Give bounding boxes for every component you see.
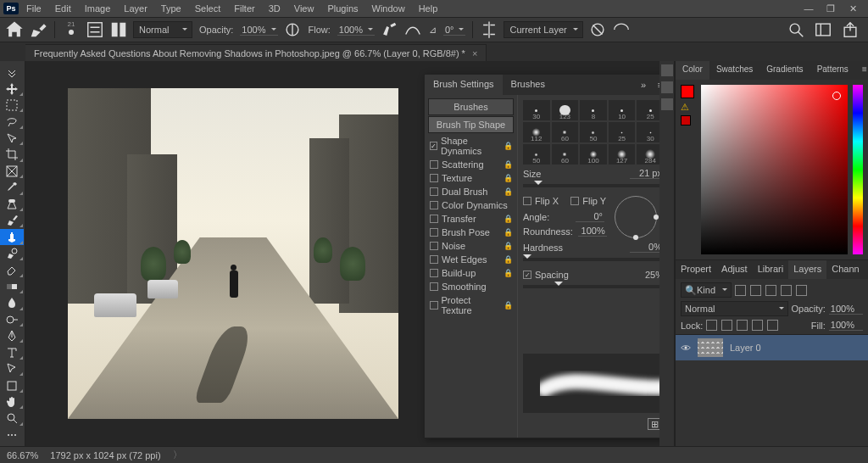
docked-panel-icon[interactable] bbox=[661, 98, 673, 110]
brush-tip[interactable]: 127 bbox=[609, 144, 636, 165]
brush-option-wet-edges[interactable]: Wet Edges🔒 bbox=[428, 253, 514, 266]
brush-tip[interactable]: 25 bbox=[637, 100, 659, 120]
brush-option-dual-brush[interactable]: Dual Brush🔒 bbox=[428, 185, 514, 198]
layer-list[interactable]: Layer 0 bbox=[676, 335, 868, 446]
brush-option-texture[interactable]: Texture🔒 bbox=[428, 171, 514, 185]
panel-menu-icon[interactable]: ≡ bbox=[652, 75, 659, 95]
flow-value[interactable]: 100% bbox=[337, 25, 375, 36]
lasso-tool[interactable] bbox=[0, 114, 24, 129]
pressure-size-icon[interactable] bbox=[612, 20, 631, 39]
search-icon[interactable] bbox=[787, 20, 805, 39]
home-icon[interactable] bbox=[5, 20, 24, 39]
window-restore-icon[interactable]: ❐ bbox=[824, 3, 837, 14]
airbrush-icon[interactable] bbox=[380, 20, 398, 39]
brush-option-build-up[interactable]: Build-up🔒 bbox=[428, 266, 514, 280]
tab-brush-settings[interactable]: Brush Settings bbox=[425, 75, 503, 95]
brush-option-protect-texture[interactable]: Protect Texture🔒 bbox=[428, 293, 514, 317]
history-brush-tool[interactable] bbox=[0, 246, 24, 261]
menu-type[interactable]: Type bbox=[155, 2, 187, 15]
gradient-tool[interactable] bbox=[0, 279, 24, 294]
lock-icons[interactable] bbox=[706, 320, 778, 331]
document-tab[interactable]: Frequently Asked Questions About Removin… bbox=[25, 44, 487, 61]
brush-tip[interactable]: 112 bbox=[523, 122, 550, 142]
tab-patterns[interactable]: Patterns bbox=[810, 61, 855, 80]
share-icon[interactable] bbox=[841, 20, 860, 39]
angle-input[interactable]: 0° bbox=[576, 211, 604, 222]
brush-option-noise[interactable]: Noise🔒 bbox=[428, 239, 514, 253]
tab-color[interactable]: Color bbox=[676, 61, 709, 80]
tool-preset-icon[interactable] bbox=[29, 20, 47, 39]
spacing-value[interactable]: 25% bbox=[645, 270, 659, 280]
window-minimize-icon[interactable]: — bbox=[802, 3, 815, 14]
smoothing-icon[interactable] bbox=[403, 20, 422, 39]
path-select-tool[interactable] bbox=[0, 361, 24, 377]
menu-image[interactable]: Image bbox=[79, 2, 117, 15]
layer-filter-icons[interactable] bbox=[735, 285, 807, 296]
menu-plugins[interactable]: Plugins bbox=[321, 2, 364, 15]
collapse-tools-icon[interactable] bbox=[0, 64, 24, 80]
tab-layers[interactable]: Layers bbox=[788, 260, 826, 279]
foreground-color-swatch[interactable] bbox=[681, 85, 694, 98]
marquee-tool[interactable] bbox=[0, 98, 24, 113]
tab-properties[interactable]: Propert bbox=[676, 260, 716, 279]
layer-name[interactable]: Layer 0 bbox=[730, 343, 761, 353]
gamut-warning-icon[interactable]: ⚠ bbox=[681, 102, 691, 112]
menu-file[interactable]: File bbox=[20, 2, 47, 15]
hue-slider[interactable] bbox=[853, 85, 863, 254]
brush-preset-picker[interactable]: 21 bbox=[62, 20, 81, 39]
brush-tip[interactable]: 284 bbox=[637, 144, 659, 165]
brush-tip[interactable]: 10 bbox=[609, 100, 636, 120]
document-canvas[interactable] bbox=[68, 88, 398, 419]
layer-thumbnail[interactable] bbox=[698, 338, 723, 357]
shape-tool[interactable] bbox=[0, 377, 24, 393]
frame-tool[interactable] bbox=[0, 164, 24, 179]
tab-brushes[interactable]: Brushes bbox=[503, 75, 554, 95]
brushes-button[interactable]: Brushes bbox=[428, 98, 514, 115]
dodge-tool[interactable] bbox=[0, 312, 24, 327]
sample-target-select[interactable]: Current Layer bbox=[504, 21, 582, 38]
layer-row[interactable]: Layer 0 bbox=[676, 335, 868, 360]
brush-tip[interactable]: 50 bbox=[523, 144, 550, 165]
document-dimensions[interactable]: 1792 px x 1024 px (72 ppi) bbox=[50, 450, 160, 460]
hardness-value[interactable]: 0% bbox=[630, 242, 659, 253]
pen-tool[interactable] bbox=[0, 328, 24, 343]
menu-3d[interactable]: 3D bbox=[263, 2, 287, 15]
size-value[interactable]: 21 px bbox=[630, 168, 659, 179]
brush-tip[interactable]: 60 bbox=[552, 122, 579, 142]
tab-paths[interactable]: Paths bbox=[865, 260, 868, 279]
brush-option-shape-dynamics[interactable]: Shape Dynamics🔒 bbox=[428, 134, 514, 158]
tab-swatches[interactable]: Swatches bbox=[709, 61, 760, 80]
canvas-area[interactable]: Brush Settings Brushes » ≡ Brushes Brush… bbox=[25, 61, 659, 446]
selection-tool[interactable] bbox=[0, 131, 24, 146]
tab-libraries[interactable]: Librari bbox=[753, 260, 789, 279]
angle-control[interactable] bbox=[615, 196, 657, 238]
tab-channels[interactable]: Chann bbox=[826, 260, 864, 279]
brush-panel-toggle-icon[interactable] bbox=[109, 20, 128, 39]
close-tab-icon[interactable]: × bbox=[472, 48, 477, 59]
fill-value[interactable]: 100% bbox=[829, 320, 863, 331]
eraser-tool[interactable] bbox=[0, 262, 24, 277]
size-slider[interactable] bbox=[523, 184, 659, 187]
brush-settings-toggle-icon[interactable] bbox=[86, 20, 104, 39]
brush-tip[interactable]: 30 bbox=[523, 100, 550, 120]
tab-gradients[interactable]: Gradients bbox=[760, 61, 810, 80]
eyedropper-tool[interactable] bbox=[0, 180, 24, 195]
workspace-icon[interactable] bbox=[814, 20, 832, 39]
visibility-toggle-icon[interactable] bbox=[681, 343, 691, 353]
brush-option-scattering[interactable]: Scattering🔒 bbox=[428, 158, 514, 171]
brush-tip[interactable]: 50 bbox=[580, 122, 607, 142]
brush-tool[interactable] bbox=[0, 213, 24, 228]
filter-kind-select[interactable]: 🔍 Kind bbox=[681, 282, 732, 298]
blur-tool[interactable] bbox=[0, 295, 24, 310]
brush-tip-shape-button[interactable]: Brush Tip Shape bbox=[428, 116, 514, 133]
window-close-icon[interactable]: ✕ bbox=[846, 3, 860, 14]
roundness-input[interactable]: 100% bbox=[578, 226, 607, 237]
brush-option-transfer[interactable]: Transfer🔒 bbox=[428, 212, 514, 226]
spot-heal-tool[interactable] bbox=[0, 197, 24, 212]
spacing-checkbox[interactable]: Spacing25% bbox=[523, 270, 659, 280]
background-color-swatch[interactable] bbox=[681, 115, 691, 126]
brush-tip-grid[interactable]: 3012381025112605025305060100127284 bbox=[523, 100, 659, 165]
clone-stamp-tool[interactable] bbox=[0, 229, 24, 244]
flipx-checkbox[interactable]: Flip X Flip Y bbox=[523, 196, 609, 206]
brush-option-brush-pose[interactable]: Brush Pose🔒 bbox=[428, 226, 514, 239]
